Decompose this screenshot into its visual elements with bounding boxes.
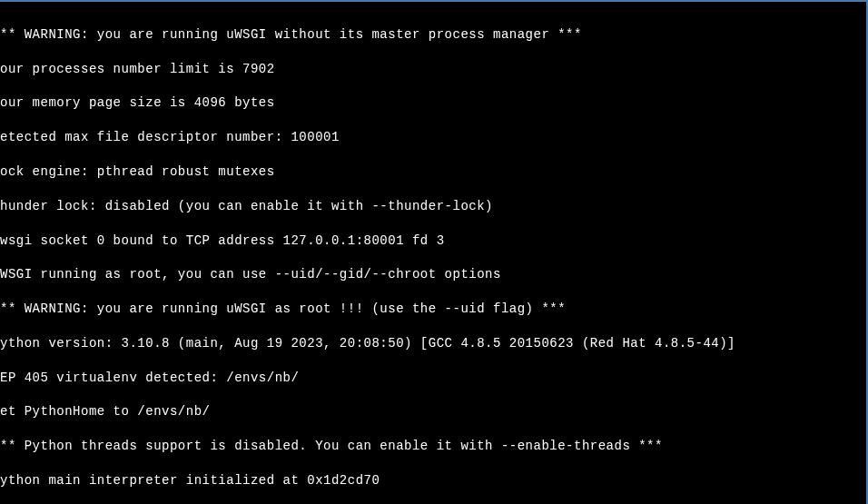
log-line: et PythonHome to /envs/nb/ [0, 403, 866, 420]
log-line: our processes number limit is 7902 [0, 61, 866, 78]
log-line: hunder lock: disabled (you can enable it… [0, 198, 866, 215]
log-line: ython version: 3.10.8 (main, Aug 19 2023… [0, 335, 866, 352]
log-line: ** WARNING: you are running uWSGI withou… [0, 26, 866, 44]
log-line: EP 405 virtualenv detected: /envs/nb/ [0, 370, 866, 387]
log-line: ython main interpreter initialized at 0x… [0, 472, 866, 489]
log-line: ** WARNING: you are running uWSGI as roo… [0, 301, 866, 318]
log-line: ** Python threads support is disabled. Y… [0, 438, 866, 455]
log-line: etected max file descriptor number: 1000… [0, 129, 866, 146]
log-line: wsgi socket 0 bound to TCP address 127.0… [0, 232, 866, 250]
log-line: ock engine: pthread robust mutexes [0, 163, 866, 181]
log-line: WSGI running as root, you can use --uid/… [0, 266, 866, 283]
log-line: our memory page size is 4096 bytes [0, 94, 866, 112]
terminal-output: ** WARNING: you are running uWSGI withou… [0, 9, 866, 504]
